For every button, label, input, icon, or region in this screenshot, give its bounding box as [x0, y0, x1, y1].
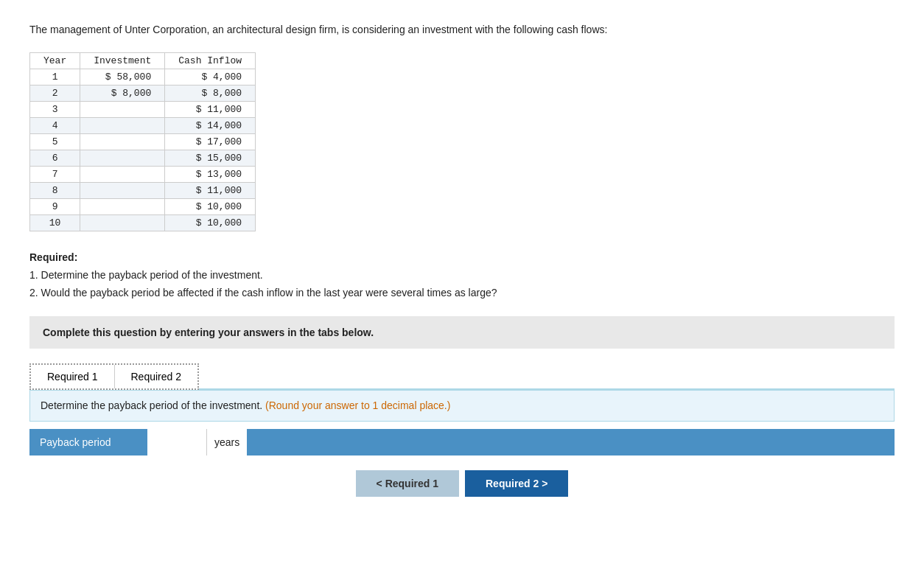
table-row: $ 11,000 [165, 183, 256, 199]
table-row: 8 [30, 183, 80, 199]
next-button[interactable]: Required 2 > [465, 470, 568, 497]
table-row [80, 167, 165, 183]
table-row: 1 [30, 69, 80, 85]
payback-period-input[interactable] [147, 429, 206, 455]
tab-content: Determine the payback period of the inve… [29, 390, 895, 422]
payback-input-wrapper: years [147, 429, 247, 455]
complete-box-text: Complete this question by entering your … [43, 327, 374, 338]
table-row: $ 15,000 [165, 150, 256, 167]
required-heading: Required: [29, 251, 77, 263]
table-row [80, 199, 165, 215]
table-row [80, 118, 165, 134]
table-row [80, 183, 165, 199]
tab-required1[interactable]: Required 1 [31, 365, 114, 388]
table-row: 9 [30, 199, 80, 215]
tab-note: (Round your answer to 1 decimal place.) [265, 399, 450, 411]
required-item2: 2. Would the payback period be affected … [29, 284, 895, 302]
table-row: $ 58,000 [80, 69, 165, 85]
complete-box: Complete this question by entering your … [29, 316, 895, 349]
intro-text: The management of Unter Corporation, an … [29, 22, 895, 38]
col-cash-inflow: Cash Inflow [165, 53, 256, 69]
table-row: 3 [30, 102, 80, 118]
payback-period-label: Payback period [29, 430, 147, 454]
table-row: $ 17,000 [165, 134, 256, 150]
table-row: $ 14,000 [165, 118, 256, 134]
table-row: $ 10,000 [165, 199, 256, 215]
table-row: 2 [30, 85, 80, 102]
tab-required2[interactable]: Required 2 [115, 365, 198, 388]
nav-buttons: < Required 1 Required 2 > [29, 470, 895, 497]
payback-years-label: years [206, 429, 247, 455]
col-year: Year [30, 53, 80, 69]
table-row: $ 8,000 [165, 85, 256, 102]
table-row [80, 215, 165, 231]
table-row: 5 [30, 134, 80, 150]
prev-button[interactable]: < Required 1 [356, 470, 459, 497]
table-row: 10 [30, 215, 80, 231]
tabs-wrapper: Required 1 Required 2 Determine the payb… [29, 363, 895, 455]
table-row: $ 8,000 [80, 85, 165, 102]
table-row: $ 10,000 [165, 215, 256, 231]
table-row [80, 102, 165, 118]
table-row: 7 [30, 167, 80, 183]
cash-flow-table: Year Investment Cash Inflow 1$ 58,000$ 4… [29, 52, 256, 231]
tab-instruction: Determine the payback period of the inve… [41, 399, 262, 411]
table-row: 6 [30, 150, 80, 167]
required-section: Required: 1. Determine the payback perio… [29, 249, 895, 301]
payback-row: Payback period years [29, 429, 895, 455]
tabs-container: Required 1 Required 2 [29, 363, 199, 390]
col-investment: Investment [80, 53, 165, 69]
table-row [80, 150, 165, 167]
required-item1: 1. Determine the payback period of the i… [29, 267, 895, 284]
table-row: 4 [30, 118, 80, 134]
table-row: $ 4,000 [165, 69, 256, 85]
table-row: $ 13,000 [165, 167, 256, 183]
table-row [80, 134, 165, 150]
table-row: $ 11,000 [165, 102, 256, 118]
